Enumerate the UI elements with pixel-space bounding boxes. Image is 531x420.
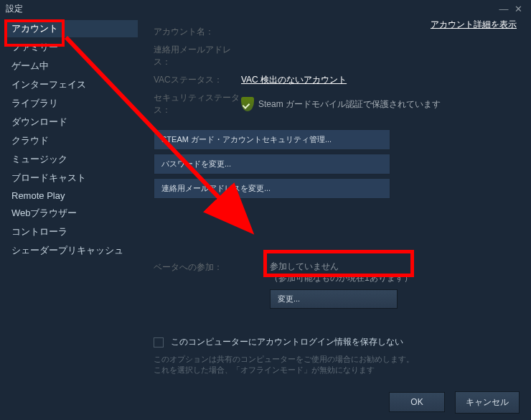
close-icon[interactable]: ✕ (511, 4, 525, 14)
sidebar-item-webbrowser[interactable]: Webブラウザー (7, 205, 138, 222)
sidebar-item-downloads[interactable]: ダウンロード (7, 113, 138, 131)
sidebar-item-label: アカウント (11, 23, 58, 34)
hint-line2: これを選択した場合、「オフラインモード」が無効になります (154, 365, 518, 375)
sidebar-item-account[interactable]: アカウント (7, 20, 138, 37)
ok-button[interactable]: OK (389, 392, 445, 412)
hint-line1: このオプションは共有のコンピューターをご使用の場合にお勧めします。 (154, 354, 518, 365)
sidebar-item-shader[interactable]: シェーダープリキャッシュ (7, 242, 138, 259)
sidebar-item-label: インターフェイス (11, 79, 86, 90)
sidebar-item-label: ゲーム中 (11, 60, 49, 71)
account-name-label: アカウント名： (154, 26, 241, 38)
sidebar-item-label: Webブラウザー (11, 207, 77, 218)
beta-status: 参加していません (270, 261, 413, 272)
sidebar: アカウント ファミリー ゲーム中 インターフェイス ライブラリ ダウンロード ク… (0, 17, 138, 384)
change-email-button[interactable]: 連絡用メールアドレスを変更... (154, 178, 390, 199)
beta-label: ベータへの参加： (154, 261, 270, 309)
email-label: 連絡用メールアドレス： (154, 44, 241, 68)
minimize-icon[interactable]: — (497, 4, 511, 14)
sidebar-item-controller[interactable]: コントローラ (7, 223, 138, 241)
sidebar-item-label: ライブラリ (11, 98, 58, 108)
sidebar-item-cloud[interactable]: クラウド (7, 132, 138, 149)
account-details-link[interactable]: アカウント詳細を表示 (431, 19, 517, 31)
content: アカウント詳細を表示 アカウント名： 連絡用メールアドレス： VACステータス：… (138, 17, 531, 384)
footer: OK キャンセル (0, 384, 531, 420)
sidebar-item-label: クラウド (11, 135, 49, 146)
sidebar-item-music[interactable]: ミュージック (7, 151, 138, 168)
beta-change-button[interactable]: 変更... (270, 289, 398, 309)
change-password-button[interactable]: パスワードを変更... (154, 154, 390, 174)
sidebar-item-interface[interactable]: インターフェイス (7, 76, 138, 93)
sidebar-item-family[interactable]: ファミリー (7, 39, 138, 56)
vac-status-link[interactable]: VAC 検出のないアカウント (241, 74, 347, 86)
hint-text: このオプションは共有のコンピューターをご使用の場合にお勧めします。 これを選択し… (154, 354, 518, 375)
cancel-button[interactable]: キャンセル (455, 391, 520, 414)
sidebar-item-label: ミュージック (11, 154, 67, 164)
vac-label: VACステータス： (154, 74, 241, 86)
dont-save-login-checkbox[interactable] (154, 337, 164, 347)
shield-icon (241, 97, 254, 111)
sidebar-item-label: ファミリー (11, 42, 58, 52)
sidebar-item-label: Remote Play (11, 190, 65, 201)
sidebar-item-remoteplay[interactable]: Remote Play (7, 188, 138, 203)
sidebar-item-ingame[interactable]: ゲーム中 (7, 57, 138, 75)
sidebar-item-label: コントローラ (11, 226, 67, 237)
titlebar: 設定 — ✕ (0, 0, 531, 17)
sidebar-item-library[interactable]: ライブラリ (7, 95, 138, 112)
window-title: 設定 (6, 3, 23, 15)
sidebar-item-broadcast[interactable]: ブロードキャスト (7, 169, 138, 187)
sidebar-item-label: ダウンロード (11, 116, 67, 127)
sidebar-item-label: ブロードキャスト (11, 172, 86, 183)
sidebar-item-label: シェーダープリキャッシュ (11, 245, 123, 256)
dont-save-login-label: このコンピューターにアカウントログイン情報を保存しない (171, 336, 403, 348)
security-label: セキュリティステータス： (154, 92, 241, 116)
beta-available: （参加可能なものが現在1あります） (270, 272, 413, 284)
manage-steam-guard-button[interactable]: STEAM ガード・アカウントセキュリティ管理... (154, 129, 390, 150)
security-status-value: Steam ガードモバイル認証で保護されています (258, 98, 441, 111)
